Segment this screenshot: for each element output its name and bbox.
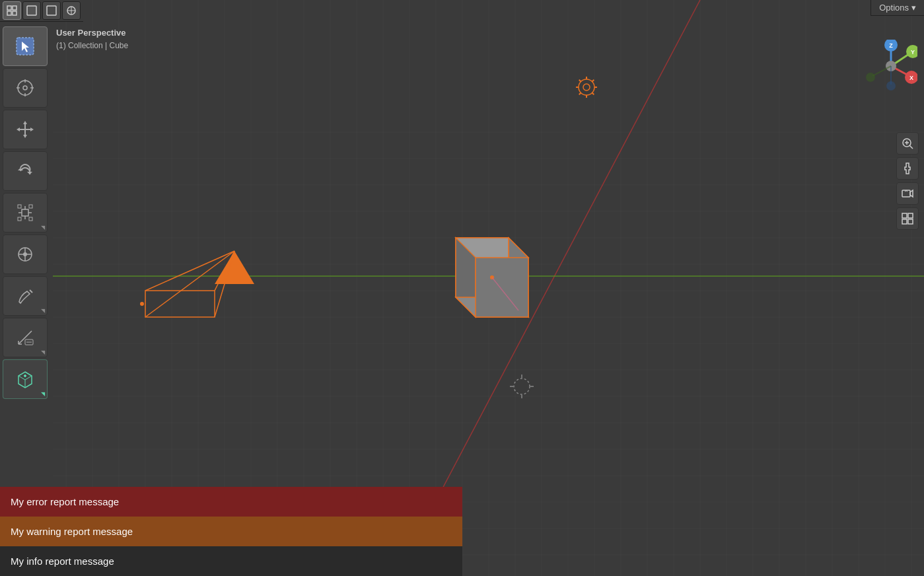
svg-rect-114 (29, 205, 32, 208)
scale-tool[interactable]: ◥ (3, 193, 48, 233)
options-label: Options (879, 3, 909, 13)
error-message: My error report message (11, 496, 119, 507)
svg-text:X: X (909, 75, 913, 81)
svg-point-69 (140, 302, 144, 306)
svg-point-120 (23, 252, 27, 256)
warning-message: My warning report message (11, 526, 133, 537)
annotate-tool[interactable]: ◥ (3, 276, 48, 316)
camera-fly-button[interactable] (896, 182, 919, 205)
add-cube-tool[interactable]: ◥ (3, 359, 48, 399)
svg-rect-154 (908, 213, 913, 218)
svg-point-94 (18, 81, 32, 95)
svg-rect-116 (29, 217, 32, 221)
svg-text:Z: Z (889, 42, 893, 49)
error-notification[interactable]: My error report message (0, 487, 462, 517)
measure-tool[interactable]: ◥ (3, 318, 48, 357)
svg-marker-102 (23, 121, 27, 124)
svg-marker-104 (17, 127, 20, 131)
cursor-tool[interactable] (3, 68, 48, 108)
svg-rect-155 (902, 219, 907, 224)
notifications-panel: My error report message My warning repor… (0, 487, 462, 576)
svg-line-148 (909, 145, 913, 149)
nav-gizmo[interactable]: Z Y X (865, 40, 917, 92)
svg-rect-108 (22, 209, 28, 216)
select-tool[interactable] (3, 26, 48, 66)
left-toolbar: ◥ ◥ (0, 24, 50, 402)
svg-rect-151 (902, 190, 910, 197)
top-icon-bar (0, 0, 83, 22)
material-view-icon[interactable] (42, 1, 61, 20)
rotate-tool[interactable] (3, 151, 48, 191)
pan-button[interactable] (896, 157, 919, 180)
svg-rect-88 (47, 6, 56, 15)
options-chevron-icon: ▾ (911, 3, 916, 13)
svg-text:Y: Y (911, 49, 915, 55)
right-toolbar (896, 132, 919, 230)
svg-marker-106 (27, 172, 32, 174)
svg-marker-75 (476, 258, 528, 317)
svg-point-95 (23, 86, 27, 90)
svg-point-144 (886, 81, 896, 90)
svg-rect-85 (7, 11, 11, 15)
svg-rect-153 (902, 213, 907, 218)
zoom-button[interactable] (896, 132, 919, 155)
info-message: My info report message (11, 556, 114, 567)
svg-rect-86 (13, 11, 17, 15)
svg-line-121 (30, 290, 32, 293)
move-tool[interactable] (3, 110, 48, 149)
viewport-layout-icon[interactable] (3, 1, 21, 20)
svg-rect-83 (7, 6, 11, 10)
transform-tool[interactable] (3, 234, 48, 274)
rendered-view-icon[interactable] (62, 1, 81, 20)
svg-rect-113 (18, 205, 21, 208)
svg-marker-105 (30, 127, 34, 131)
warning-notification[interactable]: My warning report message (0, 517, 462, 546)
svg-rect-84 (13, 6, 17, 10)
svg-rect-156 (908, 219, 913, 224)
svg-point-146 (866, 73, 875, 82)
view-grid-button[interactable] (896, 207, 919, 230)
solid-view-icon[interactable] (22, 1, 41, 20)
info-notification[interactable]: My info report message (0, 546, 462, 576)
svg-rect-115 (18, 217, 21, 221)
svg-marker-103 (23, 135, 27, 138)
viewport[interactable]: User Perspective (1) Collection | Cube (0, 0, 924, 576)
svg-line-145 (872, 66, 891, 76)
svg-rect-87 (27, 6, 36, 15)
options-button[interactable]: Options ▾ (871, 0, 924, 16)
